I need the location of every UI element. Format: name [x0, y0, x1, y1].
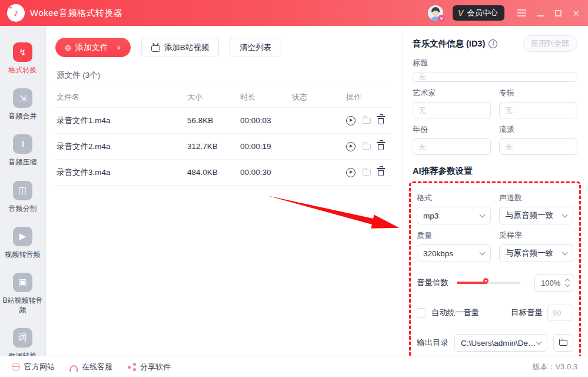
- delete-icon[interactable]: [378, 118, 384, 124]
- id3-section-title: 音乐文件信息 (ID3): [413, 38, 485, 49]
- member-center-button[interactable]: V 会员中心: [453, 5, 504, 21]
- ai-params-annotation-box: 格式 mp3 声道数 与原音频一致: [409, 181, 581, 362]
- delete-icon[interactable]: [378, 144, 384, 150]
- vip-badge-icon: V: [438, 15, 445, 22]
- headset-icon: [70, 365, 78, 371]
- title-field-label: 标题: [413, 58, 577, 68]
- channels-select-label: 声道数: [499, 193, 573, 203]
- vip-v-icon: V: [458, 8, 463, 18]
- chevron-down-icon: [562, 249, 568, 255]
- clear-list-button[interactable]: 清空列表: [230, 38, 281, 57]
- title-bar: ✦ ♪ Wokee音频格式转换器 V V 会员中心 ✕: [0, 0, 588, 26]
- plus-circle-icon: ⊕: [65, 43, 72, 52]
- sidebar-item-audio-compress[interactable]: ‖ 音频压缩: [2, 134, 44, 167]
- video-to-audio-icon: ▶: [13, 227, 32, 246]
- file-table: 文件名 大小 时长 状态 操作 录音文件1.m4a 56.8KB 00:00:0…: [55, 87, 392, 186]
- globe-icon: [12, 363, 20, 371]
- output-dir-label: 输出目录: [417, 338, 449, 348]
- play-icon[interactable]: [346, 142, 356, 151]
- app-logo: ✦ ♪: [7, 4, 25, 22]
- open-folder-icon[interactable]: [363, 170, 371, 176]
- maximize-button[interactable]: [555, 9, 562, 18]
- chevron-down-icon: [536, 339, 542, 345]
- tv-icon: [151, 45, 160, 52]
- album-field-label: 专辑: [499, 88, 577, 98]
- sidebar-item-audio-split[interactable]: ◫ 音频分割: [2, 181, 44, 213]
- sidebar-item-video-to-audio[interactable]: ▶ 视频转音频: [2, 227, 44, 259]
- app-window: ✦ ♪ Wokee音频格式转换器 V V 会员中心 ✕ ↯: [0, 0, 588, 377]
- volume-slider[interactable]: [457, 282, 520, 284]
- chevron-down-icon: [562, 211, 568, 217]
- share-software-link[interactable]: 分享软件: [128, 362, 171, 372]
- source-files-title: 源文件 (3个): [57, 70, 392, 81]
- format-select-label: 格式: [417, 193, 491, 203]
- auto-volume-label: 自动统一音量: [431, 307, 479, 318]
- chevron-down-icon: [480, 211, 486, 217]
- app-title: Wokee音频格式转换器: [30, 8, 122, 19]
- quality-select-label: 质量: [417, 230, 491, 241]
- bilibili-tv-icon: ▣: [13, 273, 32, 292]
- table-header: 文件名 大小 时长 状态 操作: [55, 87, 392, 108]
- sidebar: ↯ 格式转换 ⇲ 音频合并 ‖ 音频压缩 ◫ 音频分割 ▶ 视频转音频 ▣ B站…: [0, 26, 46, 356]
- spin-down-icon[interactable]: [565, 282, 570, 287]
- audio-compress-icon: ‖: [13, 134, 32, 154]
- chevron-down-icon: ∨: [117, 44, 121, 51]
- open-folder-icon[interactable]: [363, 144, 371, 150]
- delete-icon[interactable]: [378, 170, 384, 176]
- add-bilibili-button[interactable]: 添加B站视频: [141, 38, 220, 57]
- online-support-link[interactable]: 在线客服: [70, 362, 112, 372]
- table-row[interactable]: 录音文件1.m4a 56.8KB 00:00:03: [55, 108, 392, 134]
- folder-icon: [559, 340, 567, 346]
- open-folder-icon[interactable]: [363, 118, 371, 124]
- user-avatar[interactable]: V: [428, 5, 443, 21]
- sidebar-item-audio-merge[interactable]: ⇲ 音频合并: [2, 88, 44, 121]
- samplerate-select[interactable]: 与原音频一致: [499, 244, 573, 262]
- chevron-down-icon: [480, 249, 486, 255]
- sidebar-item-format-convert[interactable]: ↯ 格式转换: [2, 42, 44, 75]
- version-text: 版本：V3.0.3: [532, 362, 577, 372]
- volume-multiplier-label: 音量倍数: [417, 277, 449, 288]
- title-field[interactable]: [413, 72, 577, 82]
- menu-icon[interactable]: [517, 8, 526, 18]
- music-note-icon: ♪: [14, 7, 19, 19]
- audio-split-icon: ◫: [13, 181, 32, 200]
- lyrics-icon: 词: [13, 328, 32, 348]
- minimize-button[interactable]: [537, 9, 544, 18]
- status-bar: 官方网站 在线客服 分享软件 版本：V3.0.3: [0, 356, 588, 377]
- samplerate-select-label: 采样率: [499, 230, 573, 241]
- table-row[interactable]: 录音文件2.m4a 312.7KB 00:00:19: [55, 134, 392, 160]
- browse-folder-button[interactable]: [553, 334, 573, 352]
- add-files-button[interactable]: ⊕ 添加文件 ∨: [55, 38, 131, 57]
- play-icon[interactable]: [346, 168, 356, 177]
- year-field[interactable]: [413, 138, 491, 155]
- settings-panel: 音乐文件信息 (ID3) i 应用到全部 标题 艺术家 专辑 年份: [403, 26, 588, 356]
- artist-field-label: 艺术家: [413, 88, 491, 98]
- volume-value-stepper[interactable]: 100%: [534, 274, 573, 292]
- apply-to-all-button[interactable]: 应用到全部: [523, 35, 577, 52]
- table-row[interactable]: 录音文件3.m4a 484.0KB 00:00:30: [55, 160, 392, 186]
- quality-select[interactable]: 320kbps: [417, 244, 491, 262]
- sparkle-icon: ✦: [9, 5, 13, 11]
- channels-select[interactable]: 与原音频一致: [499, 207, 573, 224]
- genre-field[interactable]: [499, 138, 577, 155]
- target-volume-field[interactable]: [547, 305, 573, 321]
- main-panel: ⊕ 添加文件 ∨ 添加B站视频 清空列表 源文件 (3个) 文件名 大小 时长: [46, 26, 403, 356]
- audio-merge-icon: ⇲: [13, 88, 32, 108]
- official-site-link[interactable]: 官方网站: [12, 362, 55, 372]
- format-select[interactable]: mp3: [417, 207, 491, 224]
- share-icon: [128, 363, 136, 371]
- info-icon[interactable]: i: [489, 39, 497, 48]
- slider-handle[interactable]: [483, 278, 489, 283]
- genre-field-label: 流派: [499, 124, 577, 135]
- ai-params-section-title: AI推荐参数设置: [413, 166, 577, 177]
- format-convert-icon: ↯: [13, 42, 32, 62]
- year-field-label: 年份: [413, 124, 491, 135]
- artist-field[interactable]: [413, 102, 491, 118]
- auto-volume-checkbox[interactable]: [417, 308, 426, 318]
- close-button[interactable]: ✕: [572, 9, 580, 18]
- play-icon[interactable]: [346, 116, 356, 125]
- sidebar-item-bilibili-to-audio[interactable]: ▣ B站视频转音频: [2, 273, 44, 315]
- album-field[interactable]: [499, 102, 577, 118]
- target-volume-label: 目标音量: [511, 307, 543, 318]
- output-dir-select[interactable]: C:\Users\admin\Deskt...: [454, 334, 547, 352]
